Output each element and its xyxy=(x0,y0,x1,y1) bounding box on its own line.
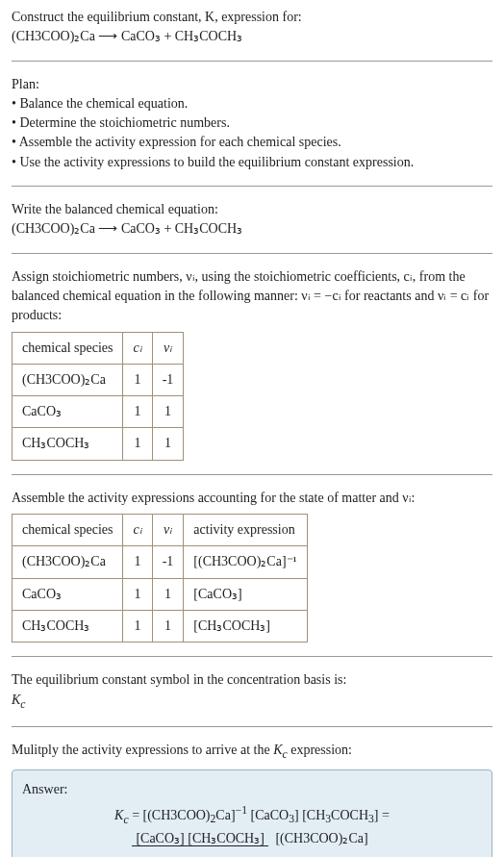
cell-nui: -1 xyxy=(152,364,184,395)
balanced-block: Write the balanced chemical equation: (C… xyxy=(12,200,492,239)
divider xyxy=(12,253,492,254)
divider xyxy=(12,656,492,657)
cell-nui: 1 xyxy=(152,610,184,642)
cell-nui: -1 xyxy=(152,546,184,578)
assign-block: Assign stoichiometric numbers, νᵢ, using… xyxy=(12,267,492,461)
intro-text: Construct the equilibrium constant, K, e… xyxy=(12,10,302,24)
assign-text: Assign stoichiometric numbers, νᵢ, using… xyxy=(12,269,489,323)
divider xyxy=(12,186,492,187)
cell-activity: [CH₃COCH₃] xyxy=(184,610,307,642)
table-row: CH₃COCH₃ 1 1 xyxy=(13,428,184,460)
cell-ci: 1 xyxy=(123,396,152,428)
cell-nui: 1 xyxy=(152,396,184,428)
col-activity: activity expression xyxy=(184,515,307,546)
col-ci: cᵢ xyxy=(123,332,152,364)
intro-equation: (CH3COO)₂Ca ⟶ CaCO₃ + CH₃COCH₃ xyxy=(12,29,242,43)
kc-symbol: Kc xyxy=(12,693,26,707)
symbol-block: The equilibrium constant symbol in the c… xyxy=(12,670,492,713)
cell-ci: 1 xyxy=(123,578,152,610)
cell-species: CaCO₃ xyxy=(13,396,123,428)
intro-block: Construct the equilibrium constant, K, e… xyxy=(12,8,492,47)
cell-species: CH₃COCH₃ xyxy=(13,610,123,642)
table-row: (CH3COO)₂Ca 1 -1 [(CH3COO)₂Ca]⁻¹ xyxy=(13,546,308,578)
symbol-text: The equilibrium constant symbol in the c… xyxy=(12,672,346,687)
assign-table: chemical species cᵢ νᵢ (CH3COO)₂Ca 1 -1 … xyxy=(12,332,184,461)
table-row: (CH3COO)₂Ca 1 -1 xyxy=(13,364,184,395)
plan-item: • Balance the chemical equation. xyxy=(12,96,188,111)
table-row: CH₃COCH₃ 1 1 [CH₃COCH₃] xyxy=(13,610,308,642)
cell-activity: [(CH3COO)₂Ca]⁻¹ xyxy=(184,546,307,578)
assemble-text: Assemble the activity expressions accoun… xyxy=(12,491,416,505)
col-nui: νᵢ xyxy=(152,332,184,364)
cell-ci: 1 xyxy=(123,546,152,578)
answer-equation: Kc = [(CH3COO)2Ca]−1 [CaCO3] [CH3COCH3] … xyxy=(22,803,482,848)
table-header-row: chemical species cᵢ νᵢ activity expressi… xyxy=(13,515,308,546)
cell-activity: [CaCO₃] xyxy=(184,578,307,610)
col-nui: νᵢ xyxy=(152,515,184,546)
cell-nui: 1 xyxy=(152,428,184,460)
table-header-row: chemical species cᵢ νᵢ xyxy=(13,332,184,364)
divider xyxy=(12,474,492,475)
plan-item: • Assemble the activity expression for e… xyxy=(12,135,341,149)
cell-species: (CH3COO)₂Ca xyxy=(13,546,123,578)
cell-species: (CH3COO)₂Ca xyxy=(13,364,123,395)
plan-item: • Determine the stoichiometric numbers. xyxy=(12,115,230,130)
plan-item: • Use the activity expressions to build … xyxy=(12,155,414,169)
cell-ci: 1 xyxy=(123,364,152,395)
cell-ci: 1 xyxy=(123,610,152,642)
multiply-text: Mulitply the activity expressions to arr… xyxy=(12,743,352,757)
plan-title: Plan: xyxy=(12,77,39,91)
frac-denominator: [(CH3COO)₂Ca] xyxy=(271,831,371,845)
col-ci: cᵢ xyxy=(123,515,152,546)
frac-numerator: [CaCO₃] [CH₃COCH₃] xyxy=(132,831,268,846)
table-row: CaCO₃ 1 1 xyxy=(13,396,184,428)
divider xyxy=(12,726,492,727)
plan-block: Plan: • Balance the chemical equation. •… xyxy=(12,75,492,172)
cell-species: CH₃COCH₃ xyxy=(13,428,123,460)
balanced-title: Write the balanced chemical equation: xyxy=(12,202,218,216)
multiply-block: Mulitply the activity expressions to arr… xyxy=(12,741,492,764)
answer-label: Answer: xyxy=(22,782,67,796)
assemble-block: Assemble the activity expressions accoun… xyxy=(12,489,492,643)
assemble-table: chemical species cᵢ νᵢ activity expressi… xyxy=(12,514,308,643)
cell-nui: 1 xyxy=(152,578,184,610)
divider xyxy=(12,61,492,62)
col-species: chemical species xyxy=(13,332,123,364)
cell-species: CaCO₃ xyxy=(13,578,123,610)
col-species: chemical species xyxy=(13,515,123,546)
answer-box: Answer: Kc = [(CH3COO)2Ca]−1 [CaCO3] [CH… xyxy=(12,769,492,857)
balanced-equation: (CH3COO)₂Ca ⟶ CaCO₃ + CH₃COCH₃ xyxy=(12,221,242,236)
table-row: CaCO₃ 1 1 [CaCO₃] xyxy=(13,578,308,610)
cell-ci: 1 xyxy=(123,428,152,460)
